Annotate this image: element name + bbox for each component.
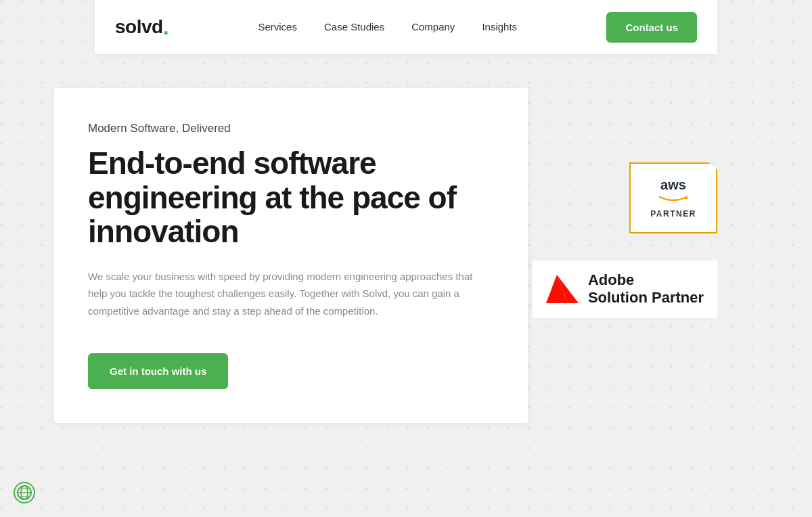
hero-description: We scale your business with speed by pro… xyxy=(88,268,480,320)
nav-services[interactable]: Services xyxy=(258,21,297,32)
hero-subtitle: Modern Software, Delivered xyxy=(88,122,494,135)
cta-button[interactable]: Get in touch with us xyxy=(88,353,228,389)
navbar: solvd. Services Case Studies Company Ins… xyxy=(95,0,717,54)
aws-logo: aws xyxy=(660,177,686,193)
aws-badge-content: aws PARTNER xyxy=(647,177,700,219)
hero-section: Modern Software, Delivered End-to-end so… xyxy=(0,54,812,517)
adobe-logo-icon xyxy=(546,275,579,303)
hero-card: Modern Software, Delivered End-to-end so… xyxy=(54,88,528,423)
contact-button[interactable]: Contact us xyxy=(606,12,697,43)
globe-icon xyxy=(14,482,35,503)
aws-smile-icon xyxy=(658,196,688,202)
logo-text: solvd xyxy=(115,16,163,38)
adobe-badge-text: Adobe Solution Partner xyxy=(588,271,704,307)
hero-title: End-to-end software engineering at the p… xyxy=(88,146,494,249)
adobe-partner-badge: Adobe Solution Partner xyxy=(533,261,717,318)
adobe-partner-label: Solution Partner xyxy=(588,289,704,307)
nav-case-studies[interactable]: Case Studies xyxy=(324,21,384,32)
aws-text: aws xyxy=(660,177,686,193)
adobe-name: Adobe xyxy=(588,271,704,289)
nav-links: Services Case Studies Company Insights xyxy=(258,21,517,33)
nav-company[interactable]: Company xyxy=(411,21,455,32)
aws-partner-badge: aws PARTNER xyxy=(629,162,717,233)
aws-partner-text: PARTNER xyxy=(650,209,696,219)
partner-badges: aws PARTNER Adobe Solution Partner xyxy=(533,81,758,318)
logo-dot: . xyxy=(163,16,168,38)
logo[interactable]: solvd. xyxy=(115,16,168,38)
nav-insights[interactable]: Insights xyxy=(482,21,517,32)
